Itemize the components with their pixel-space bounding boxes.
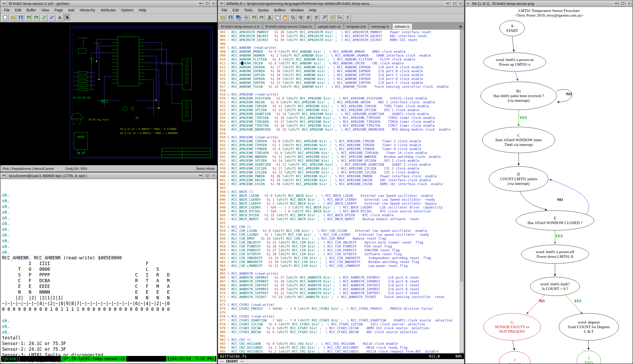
gschem-tool-text-button[interactable]: A <box>56 14 63 21</box>
vim-tool-copy-button[interactable] <box>274 14 281 21</box>
vim-minimize-button[interactable] <box>445 1 451 6</box>
code-line: 915 : RCC_AHBENR_IOPDEN %1 20 lshift RCC… <box>220 77 460 81</box>
terminal-line: E E EEEE C F M A <box>2 284 217 289</box>
vim-menu-tools[interactable]: Tools <box>242 7 255 13</box>
vim-tool-make-button[interactable] <box>321 14 328 21</box>
tab-scroll-right-icon[interactable]: ▶ <box>458 24 464 29</box>
code-line: 930 \ RCC_APB1ENR (read-write) <box>220 135 460 139</box>
gschem-minimize-button[interactable] <box>198 1 203 6</box>
paste-icon <box>283 15 288 21</box>
code-line: 979 : RCC_CFGR3_CECSW %1 6 lshift RCC_CF… <box>220 326 460 330</box>
feh-titlebar[interactable]: × feh [1 of 1] - f0-lmt01-temp-sensor.pn… <box>465 0 633 7</box>
vim-tool-help-button[interactable]: ? <box>344 14 351 21</box>
code-line: 928 : RCC_APB2ENR_DBGMCUEN %1 22 lshift … <box>220 127 460 131</box>
vim-maximize-button[interactable] <box>451 1 457 6</box>
vim-tool-find-prev-button[interactable] <box>305 14 312 21</box>
terminal-line: 0 0 0 0 0 0 0 0 0 1 0 1 1 1 1 0 0 0 0 0 … <box>2 306 217 312</box>
gschem-tool-net-button[interactable] <box>41 14 48 21</box>
feh-close-button[interactable]: × <box>626 1 632 6</box>
vim-scrollbar-thumb[interactable] <box>460 282 464 353</box>
vim-tab-bitfields.fs[interactable]: bitfields.fs <box>392 23 413 29</box>
gschem-menu-options[interactable]: Options <box>119 7 136 13</box>
terminal-minimize-button[interactable] <box>198 173 203 178</box>
gschem-tool-undo-button[interactable] <box>25 14 32 21</box>
vim-menu-syntax[interactable]: Syntax <box>255 7 271 13</box>
gschem-menu-page[interactable]: Page <box>52 7 66 13</box>
gschem-menu-attributes[interactable]: Attributes <box>98 7 118 13</box>
terminal-line: Sensor-2: 24.1C or 75.3F <box>2 346 217 352</box>
vim-tab-template.xml[interactable]: template.xml <box>344 23 368 29</box>
feh-minimize-button[interactable] <box>613 1 619 6</box>
find-next-icon <box>298 15 303 21</box>
vim-window: bitfields.fs (~/projects/programming-lan… <box>218 0 465 364</box>
gschem-titlebar[interactable]: f0-lmt01-temp-sensor-2.sch - gschem × <box>0 0 217 7</box>
vim-tool-paste-button[interactable] <box>282 14 289 21</box>
vim-tool-replace-button[interactable] <box>313 14 320 21</box>
gschem-menu-add[interactable]: Add <box>66 7 77 13</box>
gschem-menu-view[interactable]: View <box>39 7 52 13</box>
gschem-tool-open-button[interactable] <box>9 14 16 21</box>
gschem-tool-new-button[interactable] <box>2 14 9 21</box>
gschem-menu-file[interactable]: File <box>1 7 12 13</box>
vim-tab-memmap.fs[interactable]: memmap.fs <box>369 23 392 29</box>
vim-tool-jump-button[interactable] <box>336 14 343 21</box>
terminal-window-menu-button[interactable] <box>1 173 7 178</box>
vim-menu-edit[interactable]: Edit <box>230 7 242 13</box>
gschem-tool-redo-button[interactable] <box>33 14 40 21</box>
code-line: 910 : RCC_AHBENR_FLITFEN %1 4 lshift RCC… <box>220 57 460 61</box>
terminal-titlebar[interactable]: GnuScreen@cuaU1:460800 bps | CTRL A :qui… <box>0 172 217 179</box>
vim-scrollbar[interactable] <box>460 30 464 353</box>
gschem-window-menu-button[interactable] <box>1 1 7 6</box>
replace-icon <box>314 15 319 21</box>
gschem-maximize-button[interactable] <box>204 1 210 6</box>
vim-menu-buffers[interactable]: Buffers <box>271 7 288 13</box>
gschem-menu-help[interactable]: Help <box>136 7 149 13</box>
vim-menu-file[interactable]: File <box>219 7 230 13</box>
feh-maximize-button[interactable] <box>620 1 625 6</box>
select-icon <box>65 15 70 21</box>
vim-tool-open-button[interactable] <box>219 14 226 21</box>
gschem-tool-save-button[interactable] <box>17 14 24 21</box>
code-line: 972 <box>220 299 460 303</box>
vim-tool-redo-button[interactable] <box>258 14 265 21</box>
vim-tool-save-button[interactable] <box>227 14 234 21</box>
schematic-canvas[interactable]: LMT01 VN VP ETC.. S1 S2 S3 S4 VD TO-92 T… <box>0 22 217 166</box>
gschem-menu-edit[interactable]: Edit <box>12 7 24 13</box>
vim-text-area[interactable]: 903 : RCC_APB1RSTR_PWRRST %1 28 lshift R… <box>218 30 460 353</box>
code-line: 908 : RCC_AHBENR_DMAEN %1 0 lshift RCC_A… <box>220 50 460 53</box>
vim-tab-f0-lmt01-temp-sensor-2.flash.fs[interactable]: f0-lmt01-temp-sensor-2.flash.fs <box>263 23 315 29</box>
vim-tool-save-all-button[interactable] <box>235 14 242 21</box>
terminal-close-button[interactable]: × <box>211 173 216 178</box>
vim-tool-find-button[interactable] <box>289 14 296 21</box>
gschem-status-mode: Select Mode <box>196 167 215 171</box>
gschem-tool-select-button[interactable] <box>64 14 71 21</box>
terminal-line: C F DCBA R T A M <box>2 278 217 284</box>
terminal-output[interactable]: ok.ok.ok.ok.ok.ok.ok.ok.ok.ok.ok.RCC_AHB… <box>1 179 217 363</box>
vim-tool-cut-button[interactable] <box>266 14 273 21</box>
vim-menu-window[interactable]: Window <box>288 7 306 13</box>
code-line: 946 : RCC_BDCR_LSERDY %1 1 lshift RCC_BD… <box>220 198 460 201</box>
vim-window-menu-button[interactable] <box>219 1 224 6</box>
code-line: 942 : RCC_APB1ENR_CECEN %1 30 lshift RCC… <box>220 182 460 186</box>
terminal-line: S P PPPP C I R D <box>2 272 217 278</box>
code-line: 947 : RCC_BDCR_LSEBYP %1 2 lshift RCC_BD… <box>220 201 460 205</box>
code-line: 923 : RCC_APB2ENR_SPI1EN %1 12 lshift RC… <box>220 108 460 112</box>
flowchart-title: LMT01 Temperature Sensor Flowchart <box>519 8 580 13</box>
vim-tool-tags-button[interactable] <box>328 14 335 21</box>
gschem-tool-bus-button[interactable] <box>48 14 55 21</box>
vim-titlebar[interactable]: bitfields.fs (~/projects/programming-lan… <box>218 0 464 7</box>
code-line: 927 : RCC_APB2ENR_TIM17EN %1 18 lshift R… <box>220 124 460 127</box>
terminal-maximize-button[interactable] <box>204 173 210 178</box>
vim-tool-undo-button[interactable] <box>250 14 257 21</box>
gschem-menu-buffer[interactable]: Buffer <box>24 7 39 13</box>
code-line: 913 : RCC_AHBENR_IOPBEN %1 18 lshift RCC… <box>220 69 460 73</box>
net-icon <box>42 15 47 21</box>
gschem-menu-hierarchy[interactable]: Hierarchy <box>77 7 98 13</box>
vim-menu-help[interactable]: Help <box>306 7 319 13</box>
vim-close-button[interactable]: × <box>458 1 464 6</box>
vim-tab-upload.main.sh[interactable]: upload.main.sh <box>315 23 343 29</box>
vim-tool-find-next-button[interactable] <box>297 14 304 21</box>
gschem-close-button[interactable]: × <box>211 1 216 6</box>
vim-tool-print-button[interactable] <box>243 14 250 21</box>
vim-tab-f0-lmt01-temp-sensor-2.fs[interactable]: f0-lmt01-temp-sensor-2.fs <box>218 23 262 29</box>
